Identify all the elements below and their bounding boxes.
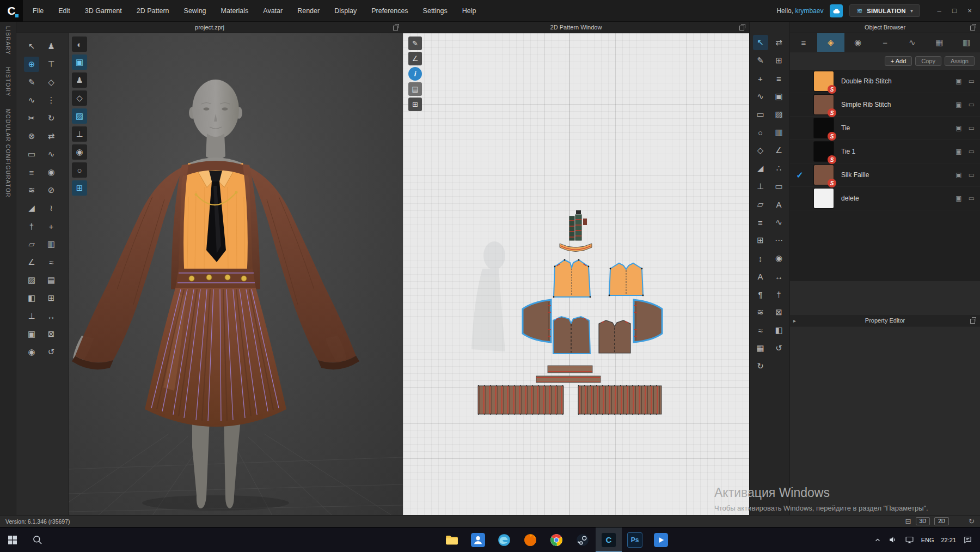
- tape-measure-tool[interactable]: ▭: [24, 147, 39, 162]
- material-swatch[interactable]: S: [814, 71, 834, 91]
- tab-topstitch[interactable]: ∿: [898, 33, 926, 52]
- pattern-tie-pieces[interactable]: [569, 210, 587, 240]
- popout-icon[interactable]: [393, 26, 398, 31]
- split-view-icon[interactable]: ⊟: [905, 517, 911, 525]
- more-2d-tool[interactable]: ⋯: [771, 233, 787, 248]
- material-3d-icon[interactable]: ▣: [955, 148, 961, 155]
- tab-material-sphere[interactable]: ◉: [844, 33, 872, 52]
- material-row[interactable]: ✓ S Tie 1 ▣ ▭: [790, 140, 980, 163]
- button-tool[interactable]: ◉: [44, 165, 59, 180]
- menu-item[interactable]: Preferences: [371, 7, 408, 15]
- menu-item[interactable]: Avatar: [263, 7, 283, 15]
- taskbar-icon-firefox[interactable]: [517, 527, 543, 552]
- action-center-icon[interactable]: [963, 535, 972, 544]
- rail-tab[interactable]: LIBRARY: [5, 26, 11, 55]
- volume-icon[interactable]: [889, 535, 898, 544]
- material-target-icon[interactable]: ▭: [969, 171, 975, 179]
- pattern-skirt-strip-left[interactable]: [478, 386, 564, 414]
- tab-scene-list[interactable]: ≡: [790, 33, 817, 52]
- garment-skirt[interactable]: [145, 269, 286, 427]
- material-target-icon[interactable]: ▭: [969, 195, 975, 202]
- network-icon[interactable]: [905, 535, 914, 544]
- popout-icon[interactable]: [739, 26, 744, 31]
- tab-trims[interactable]: ▥: [953, 33, 980, 52]
- viewport-3d[interactable]: ↖⊕✎∿✂⊗▭≡≋◢†▱∠▨◧⊥▣◉ ♟⊤◇⋮↻⇄∿◉⊘≀+▥≈▤⊞↔⊠↺ ◐▣…: [16, 33, 403, 515]
- popout-icon[interactable]: [970, 26, 975, 31]
- measure-2d-tool[interactable]: ∠: [771, 143, 787, 158]
- menu-item[interactable]: Render: [297, 7, 320, 15]
- tab-hanger[interactable]: −: [872, 33, 899, 52]
- show-garment-toggle[interactable]: ▣: [72, 54, 87, 70]
- gizmo-move-tool[interactable]: ⊕: [24, 57, 39, 72]
- collapse-arrow-icon[interactable]: ▸: [793, 318, 796, 324]
- assign-button[interactable]: Assign: [945, 56, 975, 66]
- copy-button[interactable]: Copy: [915, 56, 941, 66]
- simulation-mode-dropdown[interactable]: ≋ SIMULATION ▾: [849, 4, 920, 17]
- seam-ripper-tool[interactable]: ⊗: [24, 129, 39, 144]
- material-row[interactable]: ✓ S delete ▣ ▭: [790, 187, 980, 210]
- material-target-icon[interactable]: ▭: [969, 148, 975, 155]
- circle-pattern-tool[interactable]: ○: [753, 125, 768, 140]
- menu-item[interactable]: Settings: [423, 7, 448, 15]
- add-point-tool[interactable]: +: [753, 71, 768, 86]
- fabric-toggle[interactable]: ▥: [771, 125, 787, 140]
- tab-fabric[interactable]: ◈: [817, 33, 844, 52]
- view-2d-button[interactable]: 2D: [934, 517, 949, 525]
- closet-cloud-icon[interactable]: [830, 4, 843, 17]
- stitch-brush-tool[interactable]: ∿: [44, 147, 59, 162]
- clock[interactable]: 22:21: [941, 537, 956, 543]
- seam-allowance-tool[interactable]: ▱: [753, 197, 768, 212]
- seam-toggle[interactable]: ≡: [771, 71, 787, 86]
- target-2d-tool[interactable]: ◉: [771, 251, 787, 266]
- edit-curve-tool[interactable]: ∿: [24, 93, 39, 108]
- pattern-jacket-front-left[interactable]: [553, 317, 590, 354]
- close-button[interactable]: ×: [963, 4, 977, 18]
- taskbar-icon-photoshop[interactable]: Ps: [622, 527, 648, 552]
- material-target-icon[interactable]: ▭: [969, 124, 975, 132]
- garment-tool[interactable]: ◇: [44, 75, 59, 90]
- flatten-tool[interactable]: ▱: [24, 236, 39, 252]
- material-3d-icon[interactable]: ▣: [955, 171, 961, 179]
- monitor-view-toggle[interactable]: ⊞: [72, 180, 87, 196]
- taskbar-icon-chrome[interactable]: [543, 527, 569, 552]
- menu-item[interactable]: Materials: [221, 7, 249, 15]
- clone-layer-2d-tool[interactable]: ⊞: [408, 98, 422, 111]
- pattern-jacket-front-right[interactable]: [599, 320, 630, 353]
- pin-2d-tool[interactable]: †: [771, 287, 787, 302]
- buttonhole-tool[interactable]: ⊘: [44, 183, 59, 198]
- annotation-tool[interactable]: A: [753, 269, 768, 284]
- select-tool[interactable]: ↖: [24, 39, 39, 54]
- dart-tool[interactable]: ◢: [24, 201, 39, 216]
- sync-2d3d-toggle[interactable]: ⇄: [771, 35, 787, 50]
- text-2d-tool[interactable]: A: [771, 197, 787, 212]
- trace-pattern-tool[interactable]: ⊞: [753, 233, 768, 248]
- transform-pattern-tool[interactable]: ↖: [753, 35, 768, 50]
- taskbar-icon-edge[interactable]: [491, 527, 517, 552]
- angle-2d-tool[interactable]: ∴: [771, 161, 787, 176]
- swap-tool[interactable]: ↔: [44, 308, 59, 324]
- note-tool[interactable]: ¶: [753, 287, 768, 302]
- taskbar-icon-folder[interactable]: [439, 527, 465, 552]
- rail-tab[interactable]: MODULAR CONFIGURATOR: [5, 109, 11, 198]
- snapshot-toggle[interactable]: ◉: [72, 144, 87, 160]
- search-button[interactable]: [25, 527, 50, 552]
- pattern-bodice-front[interactable]: [553, 259, 591, 298]
- material-3d-icon[interactable]: ▣: [955, 195, 961, 202]
- menu-item[interactable]: Display: [334, 7, 357, 15]
- trim-tool[interactable]: +: [44, 219, 59, 234]
- pattern-canvas[interactable]: ✎∠i▤⊞: [403, 33, 749, 515]
- wave-2d-tool[interactable]: ∿: [771, 215, 787, 230]
- app-logo-icon[interactable]: C: [0, 0, 23, 22]
- material-swatch[interactable]: S: [814, 165, 834, 185]
- lock-tool[interactable]: ⊠: [44, 326, 59, 342]
- mirror-tool[interactable]: ⇄: [44, 129, 59, 144]
- pattern-waistbands[interactable]: [536, 366, 601, 383]
- material-swatch[interactable]: S: [814, 142, 834, 161]
- texture-toggle[interactable]: ▨: [771, 107, 787, 122]
- angle-measure-tool[interactable]: ∠: [24, 254, 39, 270]
- pose-avatar-toggle[interactable]: ⊥: [72, 126, 87, 142]
- pose-tool[interactable]: ⊥: [24, 308, 39, 324]
- tray-chevron-icon[interactable]: [874, 536, 881, 544]
- material-swatch[interactable]: S: [814, 95, 834, 114]
- layout-2d-tool[interactable]: ▦: [753, 341, 768, 356]
